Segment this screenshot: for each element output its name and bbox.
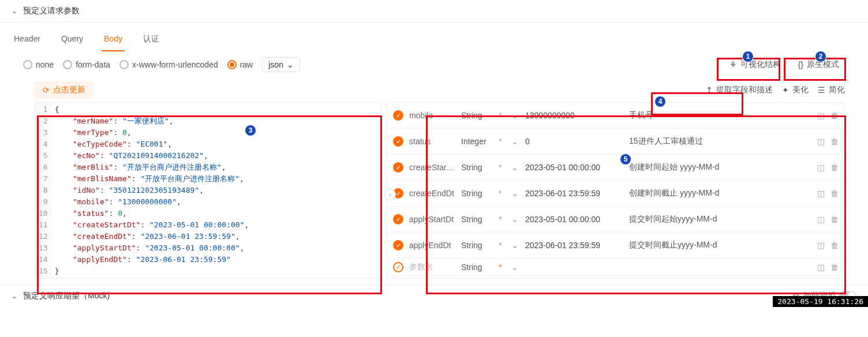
table-row: ✓ applyEndDt String * ⌄ 2023-06-01 23:59… (387, 233, 844, 259)
cube-icon[interactable]: ◫ (817, 241, 825, 250)
check-icon[interactable]: ✓ (393, 240, 403, 250)
body-type-radios: none form-data x-www-form-urlencoded raw… (23, 57, 300, 72)
cube-icon[interactable]: ◫ (817, 111, 825, 120)
tab-body[interactable]: Body (102, 29, 125, 51)
trash-icon[interactable]: 🗑 (830, 189, 839, 198)
update-button[interactable]: ⟳点击更新 (35, 81, 93, 99)
table-row: ✓ createStartDt String * ⌄ 2023-05-01 00… (387, 155, 844, 181)
panel-resize-handle[interactable]: › (384, 189, 396, 200)
check-icon[interactable]: ✓ (393, 214, 403, 224)
format-select[interactable]: json⌄ (262, 57, 300, 72)
trash-icon[interactable]: 🗑 (830, 241, 839, 250)
native-mode-btn[interactable]: {}原生模式 (792, 57, 845, 72)
visual-structure-btn[interactable]: ⚘可视化结构 (724, 57, 787, 72)
json-editor[interactable]: 123456789101112131415 { "merName": "一家便利… (35, 102, 381, 279)
chevron-down-icon[interactable]: ⌄ (511, 263, 519, 272)
response-mock-header[interactable]: ⌄ 预定义响应期望（Mock) (12, 291, 110, 301)
line-gutter: 123456789101112131415 (35, 103, 51, 278)
tab-auth[interactable]: 认证 (141, 29, 162, 51)
beautify-icon: ✦ (782, 85, 789, 95)
cube-icon[interactable]: ◫ (817, 189, 825, 198)
trash-icon[interactable]: 🗑 (830, 111, 839, 120)
section-title: 预定义响应期望（Mock) (23, 291, 110, 301)
chevron-down-icon[interactable]: ⌄ (511, 241, 519, 250)
table-row: ✓ status Integer * ⌄ 0 15进件人工审核通过 ◫🗑 (387, 129, 844, 155)
extract-icon: ↥ (706, 85, 713, 95)
braces-icon: {} (798, 60, 803, 69)
trash-icon[interactable]: 🗑 (830, 163, 839, 172)
radio-none[interactable]: none (23, 60, 54, 69)
cube-icon[interactable]: ◫ (817, 263, 825, 272)
body-tabs: Header Query Body 认证 (0, 23, 868, 51)
chevron-down-icon[interactable]: ⌄ (511, 189, 519, 198)
simplify-btn[interactable]: ☰简化 (818, 85, 845, 95)
chevron-down-icon: ⌄ (12, 7, 17, 15)
table-row: ✓ 参数名 String * ⌄ ◫🗑 (387, 259, 844, 276)
tree-icon: ⚘ (729, 60, 737, 69)
check-icon[interactable]: ✓ (393, 162, 403, 173)
cube-icon[interactable]: ◫ (817, 163, 825, 172)
table-row: ✓ applyStartDt String * ⌄ 2023-05-01 00:… (387, 207, 844, 233)
check-icon[interactable]: ✓ (393, 110, 403, 121)
extract-fields-btn[interactable]: ↥提取字段和描述 (706, 85, 773, 95)
radio-raw[interactable]: raw (227, 60, 253, 69)
radio-xwww[interactable]: x-www-form-urlencoded (119, 60, 218, 69)
check-icon[interactable]: ✓ (393, 262, 403, 272)
beautify-btn[interactable]: ✦美化 (782, 85, 809, 95)
chevron-down-icon[interactable]: ⌄ (511, 163, 519, 172)
chevron-down-icon[interactable]: ⌄ (511, 215, 519, 224)
chevron-down-icon[interactable]: ⌄ (511, 137, 519, 146)
chevron-down-icon: ⌄ (287, 60, 294, 69)
request-params-header[interactable]: ⌄ 预定义请求参数 (0, 0, 868, 23)
tab-query[interactable]: Query (59, 29, 85, 51)
refresh-icon: ⟳ (43, 85, 50, 95)
trash-icon[interactable]: 🗑 (830, 215, 839, 224)
timestamp: 2023-05-19 16:31:26 (773, 296, 868, 307)
trash-icon[interactable]: 🗑 (830, 137, 839, 146)
table-row: ✓ mobile String * ⌄ 13000000000 手机号 ◫🗑 (387, 103, 844, 129)
tab-header[interactable]: Header (12, 29, 43, 51)
params-table: ✓ mobile String * ⌄ 13000000000 手机号 ◫🗑 ✓… (387, 102, 845, 279)
trash-icon[interactable]: 🗑 (830, 263, 839, 272)
cube-icon[interactable]: ◫ (817, 215, 825, 224)
check-icon[interactable]: ✓ (393, 136, 403, 147)
radio-form-data[interactable]: form-data (63, 60, 110, 69)
simplify-icon: ☰ (818, 85, 825, 95)
cube-icon[interactable]: ◫ (817, 137, 825, 146)
chevron-down-icon: ⌄ (12, 292, 17, 300)
table-row: ✓ createEndDt String * ⌄ 2023-06-01 23:5… (387, 181, 844, 207)
code-body[interactable]: { "merName": "一家便利店", "merType": 0, "ecT… (51, 103, 380, 278)
chevron-down-icon[interactable]: ⌄ (511, 111, 519, 120)
section-title: 预定义请求参数 (23, 6, 80, 16)
